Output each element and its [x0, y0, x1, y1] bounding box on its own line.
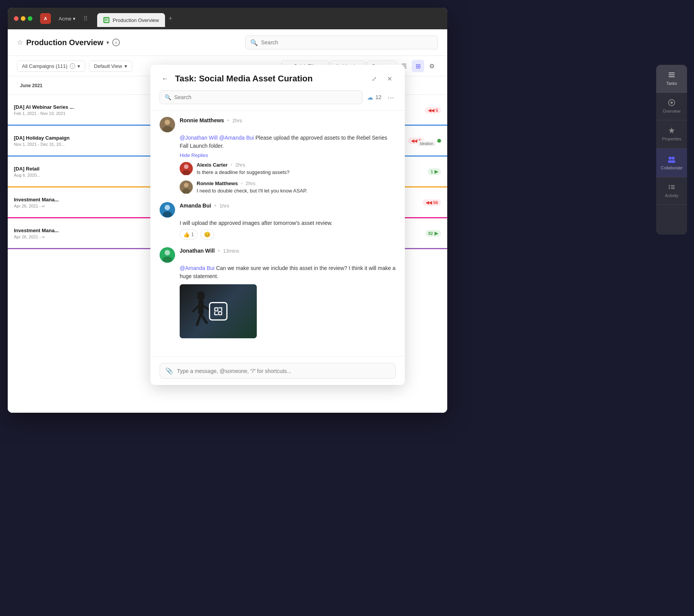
properties-icon [668, 127, 675, 134]
svg-rect-27 [219, 312, 222, 315]
message-input-area: 📎 [150, 356, 405, 385]
overview-label: Overview [663, 109, 681, 114]
follower-count: ☁ 12 [367, 94, 382, 101]
maximize-button[interactable] [28, 16, 32, 21]
message-input[interactable] [177, 368, 390, 374]
search-bar: 🔍 [245, 35, 438, 49]
message-header-3: Jonathan Will • 13mins [160, 247, 396, 263]
reply-content-1: Alexis Carter • 2hrs Is there a deadline… [197, 162, 396, 176]
reply-author-1: Alexis Carter [197, 162, 227, 168]
thumbs-up-reaction[interactable]: 👍 1 [180, 230, 197, 240]
message-group-3: Jonathan Will • 13mins @Amanda Bui Can w… [160, 247, 396, 338]
message-time-2: 1hrs [219, 203, 229, 209]
back-button[interactable]: ← [160, 73, 170, 84]
replies-group-1: Alexis Carter • 2hrs Is there a deadline… [180, 162, 396, 194]
reply-avatar-rm [180, 181, 193, 194]
svg-rect-2 [106, 19, 108, 20]
mention-jw: @Amanda Bui [180, 265, 214, 271]
message-meta-3: Jonathan Will • 13mins [180, 247, 239, 254]
image-expand-overlay[interactable] [180, 284, 257, 338]
sidebar-item-properties[interactable]: Properties [656, 120, 687, 148]
campaign-dates-5: Apr 26, 2021 - ∞ [14, 235, 155, 239]
svg-point-32 [670, 101, 673, 104]
smile-reaction[interactable]: 😊 [200, 230, 214, 240]
title-dropdown-icon[interactable]: ▾ [106, 39, 109, 46]
task-search-row: 🔍 ☁ 12 ··· [160, 90, 396, 104]
svg-rect-4 [106, 20, 108, 21]
reply-1: Alexis Carter • 2hrs Is there a deadline… [180, 162, 396, 176]
svg-point-33 [669, 157, 672, 160]
campaign-info-1: [DA] AI Webinar Series ... Feb 1, 2021 -… [8, 104, 162, 116]
campaign-name-3: [DA] Retail [14, 166, 155, 172]
message-group-2: Amanda Bui • 1hrs I will upload the appr… [160, 202, 396, 240]
expand-button[interactable]: ⤢ [368, 73, 380, 85]
svg-rect-39 [669, 187, 670, 187]
info-icon[interactable]: i [112, 39, 120, 46]
close-button[interactable] [14, 16, 19, 21]
campaign-info-4: Investment Mana... Apr 26, 2021 - ∞ [8, 197, 162, 208]
production-overview-tab[interactable]: Production Overview [97, 13, 165, 27]
activity-label: Activity [665, 193, 679, 198]
chevron-icon: ▾ [77, 63, 80, 69]
properties-label: Properties [662, 137, 681, 142]
message-image[interactable] [180, 284, 257, 338]
message-header-2: Amanda Bui • 1hrs [160, 202, 396, 218]
attachment-icon[interactable]: 📎 [165, 367, 173, 375]
campaign-info-3: [DA] Retail Aug 6, 2020... [8, 166, 162, 177]
grid-icon[interactable]: ⠿ [83, 15, 88, 22]
message-content-3: @Amanda Bui Can we make sure we include … [180, 264, 396, 280]
minimize-button[interactable] [21, 16, 25, 21]
collaborate-label: Collaborate [661, 165, 682, 170]
overview-icon [668, 99, 675, 106]
task-search-input[interactable] [174, 94, 357, 100]
sidebar-item-activity[interactable]: Activity [656, 177, 687, 205]
sidebar-item-tasks[interactable]: Tasks [656, 65, 687, 93]
campaign-name-2: [DA] Holiday Campaign [14, 135, 155, 141]
tab-label: Production Overview [113, 17, 159, 23]
svg-point-34 [672, 157, 675, 160]
search-input[interactable] [261, 39, 433, 46]
campaign-info-5: Investment Mana... Apr 26, 2021 - ∞ [8, 228, 162, 239]
sidebar-item-overview[interactable]: Overview [656, 93, 687, 120]
author-name-2: Amanda Bui [180, 203, 211, 209]
svg-rect-26 [215, 308, 218, 311]
meta-row-3: Jonathan Will • 13mins [180, 247, 239, 254]
avatar-ab [160, 202, 175, 218]
chevron-icon: ▾ [125, 63, 127, 69]
sidebar-item-collaborate[interactable]: Collaborate [656, 149, 687, 177]
message-meta-2: Amanda Bui • 1hrs [180, 202, 229, 209]
tasks-icon [668, 71, 675, 79]
more-options-button[interactable]: ··· [386, 91, 396, 103]
star-icon[interactable]: ☆ [17, 38, 23, 47]
svg-point-12 [184, 183, 189, 187]
activity-icon [668, 183, 675, 191]
campaigns-filter[interactable]: All Campaigns (111) i ▾ [17, 61, 85, 72]
task-search: 🔍 [160, 90, 362, 104]
reply-text-2: I need to double check, but I'll let you… [197, 187, 396, 194]
campaign-info-2: [DA] Holiday Campaign Nov 1, 2021 - Dec … [8, 135, 162, 147]
reply-content-2: Ronnie Matthews • 2hrs I need to double … [197, 181, 396, 194]
page-title: Production Overview [26, 38, 103, 47]
new-tab-button[interactable]: + [165, 13, 176, 24]
reactions: 👍 1 😊 [180, 230, 396, 240]
board-view-button[interactable]: ⊞ [412, 60, 424, 72]
settings-view-button[interactable]: ⚙ [426, 60, 438, 72]
campaign-badge-3: 1 ▶ [428, 168, 441, 175]
app-logo: A [40, 13, 51, 24]
campaign-dates-4: Apr 26, 2021 - ∞ [14, 204, 155, 208]
campaign-badge-4: ◀◀ 56 [423, 199, 441, 206]
close-button[interactable]: ✕ [383, 73, 396, 85]
svg-rect-1 [105, 19, 106, 20]
hide-replies-button[interactable]: Hide Replies [180, 152, 396, 158]
app-name-button[interactable]: Acme ▾ [56, 14, 79, 23]
campaign-name-4: Investment Mana... [14, 197, 155, 203]
messages-area: Ronnie Matthews • 2hrs @Jonathan Will @A… [150, 111, 405, 356]
task-panel-header: ← Task: Social Media Asset Curation ⤢ ✕ … [150, 65, 405, 111]
message-group-1: Ronnie Matthews • 2hrs @Jonathan Will @A… [160, 117, 396, 194]
campaign-name-1: [DA] AI Webinar Series ... [14, 104, 155, 110]
meta-row-2: Amanda Bui • 1hrs [180, 202, 229, 209]
default-view-filter[interactable]: Default View ▾ [89, 61, 132, 72]
month-label: June 2021 [14, 83, 49, 88]
top-bar: ☆ Production Overview ▾ i 🔍 [8, 29, 447, 56]
meta-row-1: Ronnie Matthews • 2hrs [180, 117, 242, 124]
